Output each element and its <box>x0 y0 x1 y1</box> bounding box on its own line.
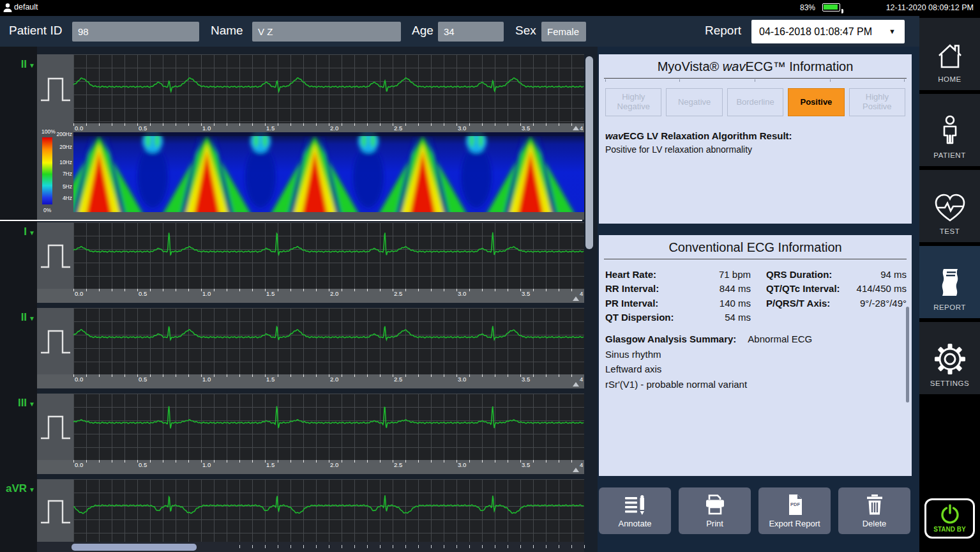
time-tick <box>367 289 368 291</box>
sidebar-item-patient[interactable]: PATIENT <box>919 94 980 166</box>
time-tick <box>508 460 508 463</box>
time-tick <box>99 460 100 463</box>
sidebar-item-home[interactable]: HOME <box>919 18 980 90</box>
class-btn-positive[interactable]: Positive <box>788 88 844 116</box>
power-icon <box>940 504 960 525</box>
time-tick <box>163 460 163 463</box>
annotate-icon <box>622 494 648 516</box>
sex-field[interactable]: Female <box>541 22 586 42</box>
ecg-trace <box>73 233 584 256</box>
time-tick-label: 2.5 <box>394 376 402 383</box>
ecg-trace-panel-4[interactable] <box>73 394 584 460</box>
strip-resize-handle[interactable] <box>573 126 579 130</box>
time-tick <box>137 374 138 377</box>
class-btn-borderline[interactable]: Borderline <box>727 88 783 116</box>
time-tick-label: 0.0 <box>75 125 83 132</box>
time-tick-label: 4 <box>580 125 583 132</box>
time-tick <box>380 545 381 548</box>
time-tick-label: 2.5 <box>394 461 402 468</box>
lead-selector-1[interactable]: II▼ <box>0 58 35 71</box>
time-tick <box>354 123 355 126</box>
patient-id-field[interactable]: 98 <box>72 22 199 42</box>
print-button[interactable]: Print <box>679 487 751 534</box>
time-tick <box>303 289 304 291</box>
ecg-trace <box>73 406 584 429</box>
calibration-pulse <box>37 308 73 374</box>
conventional-panel-title: Conventional ECG Information <box>599 235 912 255</box>
chevron-down-icon: ▼ <box>29 401 35 408</box>
time-axis: 0.00.51.01.52.02.53.03.54 <box>37 123 584 132</box>
time-tick <box>469 374 470 377</box>
time-tick <box>303 123 304 126</box>
ecg-trace-panel-1[interactable] <box>73 54 584 123</box>
time-tick <box>150 374 151 377</box>
time-tick <box>112 289 112 291</box>
time-tick <box>137 289 138 291</box>
time-tick <box>73 123 74 126</box>
time-tick <box>112 123 112 126</box>
calibration-pulse <box>37 394 73 460</box>
measurement-row: RR Interval:844 ms QT/QTc Interval:414/4… <box>605 282 907 296</box>
freq-label: 10Hz <box>59 159 72 165</box>
svg-text:PDF: PDF <box>790 502 800 507</box>
name-field[interactable]: V Z <box>252 22 401 42</box>
class-btn-highly-positive[interactable]: Highly Positive <box>849 88 905 116</box>
time-tick <box>431 123 432 126</box>
ecg-trace <box>73 326 584 339</box>
sidebar-item-settings[interactable]: SETTINGS <box>919 322 980 394</box>
time-tick <box>227 123 227 126</box>
time-tick <box>188 289 189 291</box>
lead-selector-5[interactable]: aVR▼ <box>0 482 35 495</box>
time-tick <box>495 374 495 377</box>
time-tick-label: 2.5 <box>394 125 402 132</box>
lead-selector-2[interactable]: I▼ <box>0 226 35 238</box>
time-tick <box>495 545 495 548</box>
algorithm-result-label: wavECG LV Relaxation Algorithm Result: <box>605 130 792 141</box>
panel-scrollbar-thumb[interactable] <box>906 307 909 402</box>
strip-resize-handle[interactable] <box>573 382 579 387</box>
delete-button[interactable]: Delete <box>838 487 910 534</box>
class-btn-negative[interactable]: Negative <box>666 88 722 116</box>
time-tick <box>393 374 393 377</box>
report-dropdown[interactable]: 04-16-2018 01:08:47 PM ▼ <box>751 20 905 43</box>
time-tick-label: 0.5 <box>139 125 147 132</box>
annotate-button[interactable]: Annotate <box>599 487 671 534</box>
time-tick <box>482 374 483 377</box>
class-btn-highly-negative[interactable]: Highly Negative <box>605 88 661 116</box>
sidebar-item-test[interactable]: TEST <box>919 170 980 242</box>
colorbar-max-label: 100% <box>41 128 56 135</box>
classification-buttons: Highly Negative Negative Borderline Posi… <box>605 88 905 116</box>
freq-label: 200Hz <box>56 131 72 137</box>
time-tick <box>508 374 508 377</box>
section-divider <box>0 220 582 221</box>
time-tick <box>99 374 100 377</box>
lead-selector-3[interactable]: II▼ <box>0 311 35 324</box>
time-tick <box>278 289 278 291</box>
time-tick <box>444 460 444 463</box>
time-tick <box>444 289 444 291</box>
vertical-scrollbar-thumb[interactable] <box>585 56 593 249</box>
time-tick <box>482 460 483 463</box>
time-tick-label: 2.0 <box>330 290 338 297</box>
time-tick <box>546 374 547 377</box>
strip-resize-handle[interactable] <box>573 296 579 301</box>
ecg-trace-panel-3[interactable] <box>73 308 584 374</box>
lead-selector-4[interactable]: III▼ <box>0 397 35 410</box>
strip-resize-handle[interactable] <box>573 468 579 472</box>
horizontal-scrollbar-thumb[interactable] <box>72 544 197 551</box>
horizontal-scrollbar-track[interactable] <box>37 542 584 552</box>
settings-icon <box>934 343 966 375</box>
time-tick-label: 4 <box>580 376 583 383</box>
time-tick <box>444 374 444 377</box>
battery-icon <box>822 3 840 12</box>
glasgow-line: Leftward axis <box>605 364 905 374</box>
ecg-trace-panel-5[interactable] <box>73 479 584 542</box>
time-tick-label: 3.0 <box>458 290 466 297</box>
time-tick <box>469 289 470 291</box>
age-field[interactable]: 34 <box>438 22 504 42</box>
ecg-trace-panel-2[interactable] <box>73 222 584 289</box>
standby-button[interactable]: STAND BY <box>924 498 975 539</box>
export-report-button[interactable]: PDF Export Report <box>758 487 831 534</box>
sidebar-item-report[interactable]: REPORT <box>919 246 980 318</box>
wavecg-info-panel: MyoVista® wavECG™ Information Highly Neg… <box>599 54 912 224</box>
